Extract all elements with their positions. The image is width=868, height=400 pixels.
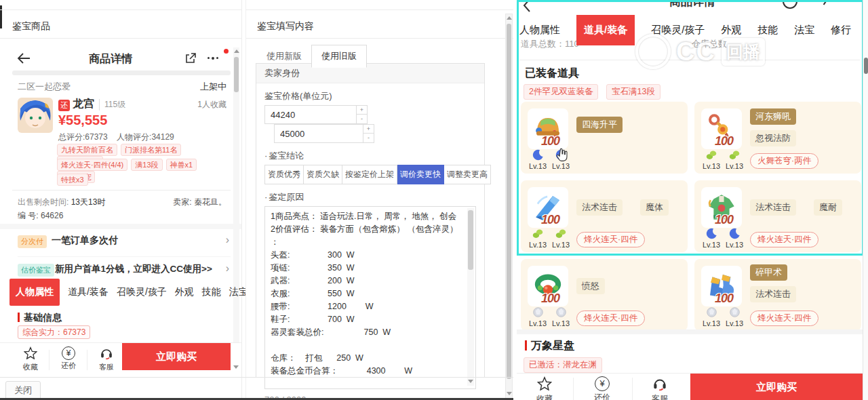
item-level-badge: 100: [715, 134, 733, 148]
price-input-high[interactable]: [275, 125, 363, 142]
astrolabe-tag-wrap: 已激活：潜龙在渊: [524, 357, 608, 373]
option-quality-good[interactable]: 资质优秀: [264, 165, 304, 184]
item-attr-tag: 魔耐: [814, 199, 842, 216]
spinner[interactable]: +-: [363, 125, 374, 142]
item-level-badge: 100: [541, 292, 559, 306]
mouse-cursor-icon: [555, 148, 568, 163]
option-quality-lacking[interactable]: 资质欠缺: [304, 165, 342, 184]
feature-tag: 特技x3: [57, 174, 88, 186]
conclusion-label: 鉴宝结论: [264, 150, 476, 162]
equipment-card-weapon[interactable]: 100 法术连击 魔体 Lv.13 Lv.13 烽火连天·四件: [521, 180, 688, 252]
gem-slot: Lv.13: [526, 149, 549, 170]
tab-items-equipment[interactable]: 道具/装备: [68, 286, 108, 298]
tab-appearance[interactable]: 外观: [175, 286, 194, 298]
item-attr-tag: 法术连击: [750, 199, 796, 216]
equipment-card-belt[interactable]: 100 愤怒 Lv.13 Lv.13 烽火连天·四件: [521, 259, 688, 331]
equipment-card-boots[interactable]: 100 碎甲术 法术连击 Lv.13 Lv.13 烽火连天·四件: [694, 259, 861, 331]
price: ¥55,555: [58, 113, 107, 128]
gem-level: Lv.13: [526, 162, 549, 170]
gem-slot: Lv.13: [549, 228, 572, 249]
appraise-reason-textarea[interactable]: 1商品亮点： 适合玩法.日常， 周常， 地煞， 创会 2价值评估： 装备方面（包…: [265, 207, 475, 388]
favorite-button[interactable]: 收藏: [529, 376, 560, 400]
bargain-label: 还价: [587, 392, 618, 400]
tab-items-equipment[interactable]: 道具/装备: [576, 15, 635, 45]
item-level-badge: 100: [541, 213, 559, 227]
spin-up-button[interactable]: +: [357, 106, 367, 115]
character-name: 龙宫: [73, 97, 94, 111]
watermark-cc-text: CC: [676, 37, 716, 66]
avatar[interactable]: [18, 98, 53, 133]
feature-tag: 九转天阶前百名: [57, 144, 117, 156]
share-icon[interactable]: [184, 52, 197, 64]
base-info-header: 基础信息: [18, 312, 62, 324]
bargain-button[interactable]: ¥ 还价: [587, 376, 618, 400]
gem-level: Lv.13: [549, 162, 572, 170]
seller-name: 卖家: 秦花旦。: [173, 197, 226, 208]
price-label: 鉴宝价格(单位元): [264, 90, 476, 102]
spin-up-button[interactable]: +: [363, 125, 374, 134]
back-icon[interactable]: [16, 52, 31, 65]
option-lower-price-sell-faster[interactable]: 调价卖更快: [397, 165, 444, 184]
card-scrollbar[interactable]: [233, 47, 239, 372]
tab-new-version[interactable]: 使用新版: [257, 45, 311, 67]
buy-now-button[interactable]: 立即购买: [122, 343, 231, 370]
close-button[interactable]: 关闭: [5, 381, 41, 400]
textarea-scrollbar[interactable]: [467, 208, 474, 386]
sale-time-label: 出售剩余时间:: [18, 197, 68, 207]
service-button[interactable]: 客服: [644, 376, 675, 400]
item-attr-tag: 法术连击: [750, 286, 796, 302]
equipment-grid: 100 四海升平 Lv.13 Lv.13: [521, 102, 861, 331]
installment-row[interactable]: 分次付 一笔订单多次付 ›: [0, 229, 241, 255]
collapse-icon[interactable]: [233, 363, 239, 371]
product-detail-panel: 商品详情 道具总数：110 仓库总数 人物属性 道具/装备 召唤灵/孩子 外观 …: [517, 0, 868, 400]
yen-icon: ¥: [62, 346, 75, 360]
tab-old-version[interactable]: 使用旧版: [311, 45, 367, 68]
green-gem-icon: [555, 228, 567, 239]
favorite-button[interactable]: 收藏: [15, 346, 46, 372]
dialog-scrollbar[interactable]: [505, 14, 513, 399]
bargain-button[interactable]: ¥ 还价: [53, 346, 84, 371]
equipment-card-helmet[interactable]: 100 四海升平 Lv.13 Lv.13: [521, 102, 688, 174]
installment-text: 一笔订单多次付: [52, 235, 118, 247]
gem-slot: Lv.13: [700, 149, 723, 170]
server-name: 二区一起恋爱: [18, 81, 71, 93]
serial-number: 编 号: 64626: [18, 210, 63, 222]
cc-watermark: CC 回播: [635, 34, 765, 69]
page-scrollbar[interactable]: [863, 0, 868, 400]
tab-skills[interactable]: 技能: [202, 286, 221, 298]
watermark-suffix-text: 回播: [722, 38, 765, 66]
detail-title: 商品详情: [54, 52, 167, 66]
spin-down-button[interactable]: -: [357, 115, 367, 123]
equipment-card-clothes[interactable]: 100 法术连击 魔耐 Lv.13 Lv.13 烽火连天·四件: [694, 180, 861, 252]
app-window: 鉴宝商品 商品详情 二区一起恋爱 上架中: [0, 0, 868, 400]
item-attr-tag: 忽视法防: [750, 130, 796, 146]
star-icon: [24, 346, 37, 359]
appraise-form-panel: 鉴宝填写内容 使用新版使用旧版 卖家身份 鉴宝价格(单位元) +- +- 鉴宝结…: [245, 0, 513, 400]
set-effect-pill: 火舞苍穹·两件: [750, 153, 818, 169]
option-list-at-appraised[interactable]: 按鉴定价上架: [342, 165, 397, 184]
equipped-items-title: 已装备道具: [525, 66, 579, 81]
price-input-low[interactable]: [265, 106, 353, 123]
item-attr-tag: 愤怒: [576, 278, 605, 294]
power-tag: 综合实力：67373: [18, 325, 90, 339]
spin-down-button[interactable]: -: [363, 134, 374, 142]
item-level-badge: 100: [541, 134, 559, 148]
score-character: 人物评分:34129: [117, 132, 174, 142]
spinner[interactable]: +-: [356, 106, 367, 123]
service-button[interactable]: 客服: [91, 346, 122, 372]
item-attr-tag: 魔体: [640, 199, 669, 216]
buy-now-button[interactable]: 立即购买: [690, 374, 863, 400]
gem-level: Lv.13: [700, 162, 723, 170]
gem-slot: Lv.13: [723, 149, 746, 170]
option-adjust-sell-higher[interactable]: 调整卖更高: [444, 165, 491, 184]
grey-gem-icon: [706, 306, 717, 318]
tab-cultivation[interactable]: 修行: [831, 24, 851, 37]
tab-treasure[interactable]: 法宝: [794, 24, 814, 37]
tab-character-attrs[interactable]: 人物属性: [519, 24, 560, 37]
tab-character-attrs[interactable]: 人物属性: [9, 279, 60, 306]
gem-level: Lv.13: [526, 319, 549, 327]
equipment-card-necklace[interactable]: 100 河东狮吼 忽视法防 Lv.13 Lv.13 火舞苍穹·两件: [694, 102, 861, 174]
more-icon[interactable]: [208, 57, 218, 60]
feature-tag: 神兽x1: [166, 159, 197, 171]
tab-summon-child[interactable]: 召唤灵/孩子: [117, 286, 167, 298]
